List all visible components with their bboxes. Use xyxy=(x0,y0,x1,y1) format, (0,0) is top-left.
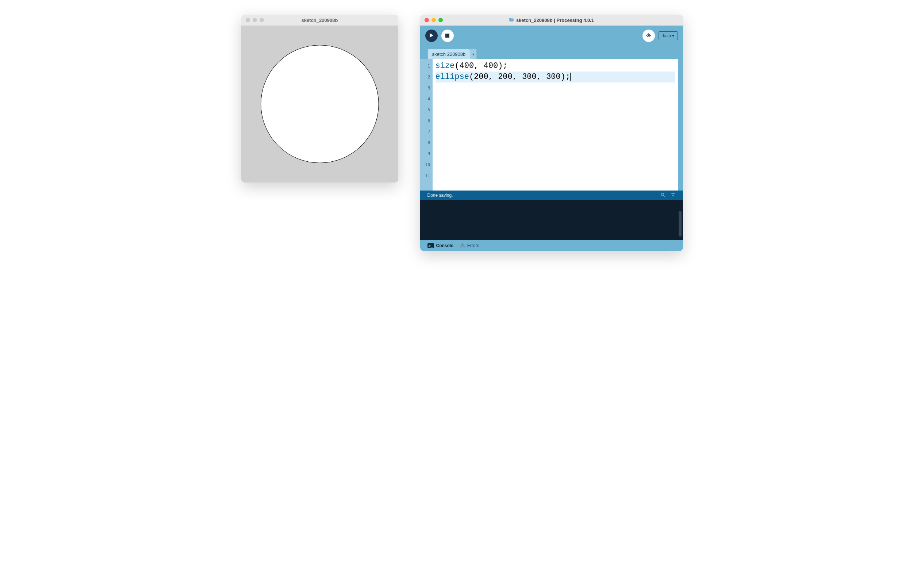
line-number: 3 xyxy=(420,82,430,94)
terminal-icon: >_ xyxy=(427,243,434,248)
svg-line-13 xyxy=(663,195,664,196)
line-number: 9 xyxy=(420,148,430,159)
svg-point-12 xyxy=(661,193,664,195)
ide-titlebar[interactable]: sketch_220908b | Processing 4.0.1 xyxy=(420,15,683,26)
folder-icon xyxy=(509,17,514,23)
svg-line-9 xyxy=(650,34,650,35)
sketch-window-title: sketch_220908b xyxy=(241,18,398,23)
close-icon[interactable] xyxy=(425,18,429,22)
svg-rect-3 xyxy=(445,34,449,37)
stop-button[interactable] xyxy=(441,29,454,42)
code-text: (200, 200, 300, 300); xyxy=(469,72,570,81)
line-number: 2 xyxy=(420,71,430,82)
code-line[interactable]: size(400, 400); xyxy=(436,61,675,71)
console-panel xyxy=(420,200,683,240)
line-number: 6 xyxy=(420,115,430,126)
line-number: 5 xyxy=(420,104,430,115)
ide-title-text: sketch_220908b | Processing 4.0.1 xyxy=(516,18,594,23)
search-icon[interactable] xyxy=(660,192,666,199)
tab-errors[interactable]: Errors xyxy=(460,243,479,249)
debug-icon xyxy=(646,32,651,39)
code-line[interactable] xyxy=(436,148,675,159)
sketch-canvas-area xyxy=(241,26,398,183)
chevron-down-icon: ▾ xyxy=(472,52,474,56)
line-number-gutter: 1234567891011 xyxy=(420,59,433,191)
code-editor[interactable]: size(400, 400);ellipse(200, 200, 300, 30… xyxy=(433,59,678,191)
code-line[interactable] xyxy=(436,126,675,137)
tab-console-label: Console xyxy=(436,243,453,248)
traffic-lights[interactable] xyxy=(425,18,443,22)
status-message: Done saving. xyxy=(427,193,453,198)
svg-line-10 xyxy=(647,36,648,37)
debug-button[interactable] xyxy=(643,29,655,42)
sketch-output-window[interactable]: sketch_220908b xyxy=(241,15,398,183)
line-number: 1 xyxy=(420,61,430,71)
file-tab-label: sketch 220908b xyxy=(432,52,466,57)
line-number: 4 xyxy=(420,94,430,104)
minimize-icon[interactable] xyxy=(253,18,257,22)
mode-selector[interactable]: Java ▾ xyxy=(659,31,678,40)
code-line[interactable] xyxy=(436,82,675,94)
code-text: (400, 400); xyxy=(454,61,507,70)
svg-point-1 xyxy=(261,45,378,163)
code-line[interactable] xyxy=(436,159,675,170)
svg-point-4 xyxy=(648,35,650,36)
svg-line-8 xyxy=(647,34,648,35)
minimize-icon[interactable] xyxy=(431,18,436,22)
toggle-console-icon[interactable] xyxy=(671,192,676,199)
svg-marker-2 xyxy=(430,33,433,37)
zoom-icon[interactable] xyxy=(260,18,264,22)
file-tabbar: sketch 220908b ▾ xyxy=(420,46,683,59)
console-scrollbar[interactable] xyxy=(679,211,682,236)
code-line[interactable] xyxy=(436,94,675,104)
close-icon[interactable] xyxy=(246,18,250,22)
stop-icon xyxy=(445,33,449,39)
code-line[interactable]: ellipse(200, 200, 300, 300); xyxy=(436,71,675,82)
ide-toolbar: Java ▾ xyxy=(420,26,683,46)
tab-dropdown-button[interactable]: ▾ xyxy=(470,48,477,59)
ide-window[interactable]: sketch_220908b | Processing 4.0.1 xyxy=(420,15,683,251)
line-number: 8 xyxy=(420,137,430,148)
warning-icon xyxy=(460,243,465,249)
file-tab-active[interactable]: sketch 220908b xyxy=(427,49,470,59)
sketch-canvas xyxy=(241,26,398,183)
status-bar: Done saving. xyxy=(420,191,683,200)
code-line[interactable] xyxy=(436,170,675,181)
line-number: 11 xyxy=(420,170,430,181)
line-number: 7 xyxy=(420,126,430,137)
keyword-token: size xyxy=(436,61,455,70)
code-line[interactable] xyxy=(436,104,675,115)
ide-window-title: sketch_220908b | Processing 4.0.1 xyxy=(420,17,683,23)
code-line[interactable] xyxy=(436,115,675,126)
editor-area: 1234567891011 size(400, 400);ellipse(200… xyxy=(420,59,683,191)
line-number: 10 xyxy=(420,159,430,170)
run-button[interactable] xyxy=(425,29,438,42)
svg-line-11 xyxy=(650,36,650,37)
mode-label: Java ▾ xyxy=(662,33,675,38)
code-line[interactable] xyxy=(436,137,675,148)
tab-errors-label: Errors xyxy=(467,243,479,248)
bottom-tabbar: >_ Console Errors xyxy=(420,240,683,251)
sketch-titlebar[interactable]: sketch_220908b xyxy=(241,15,398,26)
traffic-lights-inactive[interactable] xyxy=(246,18,264,22)
keyword-token: ellipse xyxy=(436,72,469,81)
text-cursor xyxy=(570,73,570,81)
play-icon xyxy=(429,33,434,39)
zoom-icon[interactable] xyxy=(438,18,443,22)
tab-console[interactable]: >_ Console xyxy=(427,243,453,248)
